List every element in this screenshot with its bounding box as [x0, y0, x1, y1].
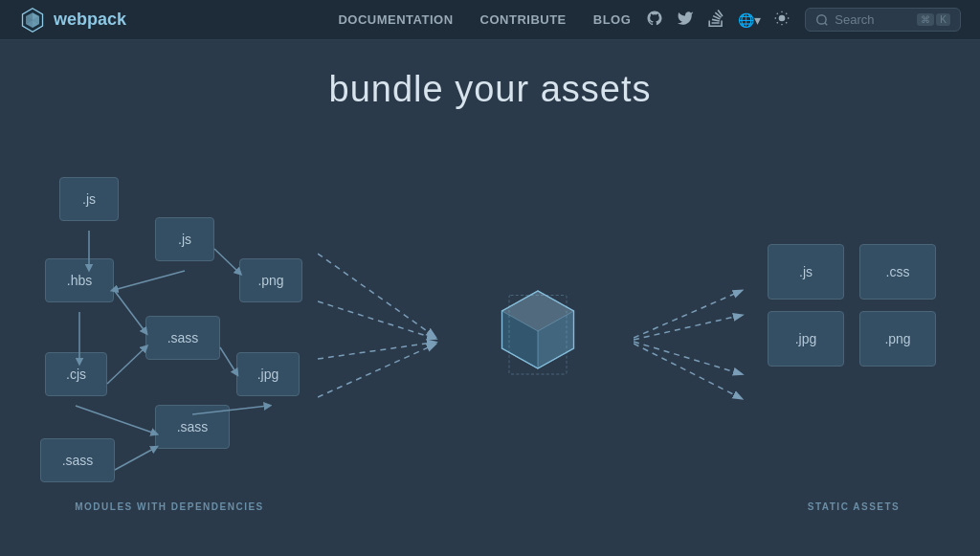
- modules-section: .js .hbs .cjs .sass .js .sass .png .jpg …: [21, 167, 318, 512]
- main-content: bundle your assets .js .hbs .cjs .sass .…: [0, 40, 980, 556]
- github-icon[interactable]: [646, 10, 663, 31]
- navbar: webpack DOCUMENTATION CONTRIBUTE BLOG 🌐▾: [0, 0, 980, 40]
- nav-contribute[interactable]: CONTRIBUTE: [480, 12, 567, 27]
- headline: bundle your assets: [329, 69, 652, 110]
- svg-line-33: [318, 343, 433, 359]
- cube-svg: [466, 268, 610, 411]
- nav-documentation[interactable]: DOCUMENTATION: [338, 12, 453, 27]
- module-cjs: .cjs: [45, 352, 107, 396]
- svg-line-22: [107, 347, 145, 384]
- output-section: .js .css .jpg .png STATIC ASSETS: [748, 167, 959, 512]
- svg-line-16: [787, 12, 788, 13]
- svg-line-12: [787, 22, 788, 23]
- svg-line-24: [114, 271, 185, 290]
- diagram: .js .hbs .cjs .sass .js .sass .png .jpg …: [59, 167, 921, 512]
- output-png: .png: [859, 311, 936, 367]
- svg-line-46: [634, 316, 739, 340]
- nav-links: DOCUMENTATION CONTRIBUTE BLOG: [338, 12, 631, 27]
- svg-line-47: [634, 342, 739, 373]
- output-grid: .js .css .jpg .png: [748, 244, 959, 367]
- module-js-2: .js: [155, 217, 214, 261]
- search-input[interactable]: [835, 12, 911, 27]
- module-png: .png: [239, 258, 302, 302]
- svg-line-23: [114, 290, 145, 332]
- module-sass-3: .sass: [155, 405, 230, 449]
- output-label: STATIC ASSETS: [808, 501, 901, 512]
- right-arrows: [634, 167, 748, 512]
- theme-toggle-icon[interactable]: [774, 11, 790, 30]
- webpack-cube: [442, 244, 634, 435]
- twitter-icon[interactable]: [677, 10, 694, 31]
- svg-point-17: [817, 14, 826, 23]
- nav-icons: 🌐▾: [646, 10, 790, 31]
- svg-line-31: [318, 254, 433, 335]
- output-jpg: .jpg: [768, 311, 844, 367]
- svg-line-11: [777, 12, 778, 13]
- svg-line-25: [214, 249, 239, 273]
- keyboard-shortcut: ⌘ K: [917, 13, 950, 26]
- nav-blog[interactable]: BLOG: [593, 12, 632, 27]
- modules-label: MODULES WITH DEPENDENCIES: [75, 501, 264, 512]
- svg-line-28: [115, 448, 155, 470]
- svg-line-34: [318, 345, 433, 397]
- svg-line-45: [634, 292, 739, 338]
- brand-name: webpack: [54, 10, 126, 30]
- search-box[interactable]: ⌘ K: [805, 8, 961, 32]
- module-hbs: .hbs: [45, 258, 114, 302]
- output-css: .css: [859, 244, 936, 300]
- svg-line-26: [220, 347, 236, 373]
- search-icon: [815, 13, 829, 27]
- left-arrows: [318, 167, 442, 512]
- output-js: .js: [768, 244, 844, 300]
- language-icon[interactable]: 🌐▾: [738, 12, 761, 28]
- svg-line-29: [76, 406, 155, 434]
- stackoverflow-icon[interactable]: [707, 10, 724, 31]
- module-sass-1: .sass: [40, 438, 115, 482]
- webpack-logo-icon: [19, 7, 46, 33]
- svg-line-18: [825, 22, 828, 25]
- svg-point-8: [779, 14, 786, 21]
- svg-line-48: [634, 344, 739, 397]
- module-jpg: .jpg: [236, 352, 300, 396]
- svg-line-15: [777, 22, 778, 23]
- module-js-1: .js: [59, 177, 119, 221]
- logo[interactable]: webpack: [19, 7, 126, 33]
- svg-line-32: [318, 301, 433, 338]
- module-sass-2: .sass: [145, 316, 220, 360]
